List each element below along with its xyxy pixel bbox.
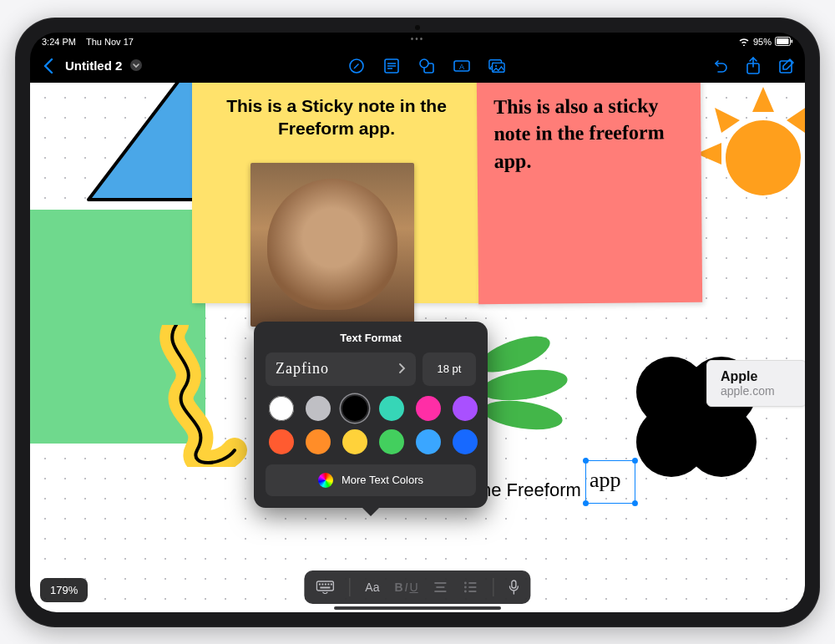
font-size-selector[interactable]: 18 pt xyxy=(423,352,476,386)
camera-dot xyxy=(415,25,420,30)
font-size-label: 18 pt xyxy=(438,363,462,375)
canvas[interactable]: This is a Sticky note in the Freeform ap… xyxy=(30,83,805,612)
separator xyxy=(349,578,350,596)
separator xyxy=(493,578,494,596)
wifi-icon xyxy=(738,37,750,48)
color-wheel-icon xyxy=(318,473,333,488)
svg-rect-38 xyxy=(325,583,326,585)
inserted-photo[interactable] xyxy=(250,163,414,327)
svg-point-26 xyxy=(726,120,801,195)
share-button[interactable] xyxy=(745,58,762,74)
zoom-value: 179% xyxy=(50,584,78,596)
more-text-colors-button[interactable]: More Text Colors xyxy=(266,464,476,496)
status-date: Thu Nov 17 xyxy=(86,37,134,47)
color-swatch-blue[interactable] xyxy=(453,429,478,454)
status-left: 3:24 PM Thu Nov 17 xyxy=(42,37,134,47)
screen: 3:24 PM Thu Nov 17 ••• 95% U xyxy=(30,33,805,612)
svg-rect-35 xyxy=(316,581,333,591)
svg-rect-39 xyxy=(327,583,329,585)
sun-shape[interactable] xyxy=(696,87,805,221)
keyboard-toolbar: Aa BIU xyxy=(304,570,530,604)
svg-point-16 xyxy=(495,64,497,66)
color-swatch-black[interactable] xyxy=(342,396,367,421)
compose-button[interactable] xyxy=(778,58,795,74)
battery-icon xyxy=(775,37,793,48)
svg-marker-24 xyxy=(715,108,740,133)
svg-point-45 xyxy=(464,581,467,584)
title-menu-chevron-icon[interactable] xyxy=(130,59,142,73)
dictation-icon[interactable] xyxy=(509,580,519,595)
color-swatch-pink[interactable] xyxy=(416,396,441,421)
link-url: apple.com xyxy=(721,384,792,398)
color-swatch-yellow[interactable] xyxy=(342,429,367,454)
back-button[interactable] xyxy=(40,58,57,74)
font-name-label: Zapfino xyxy=(276,360,329,378)
insert-toolbar: A xyxy=(348,58,505,74)
svg-rect-41 xyxy=(320,586,330,588)
multitask-dots[interactable]: ••• xyxy=(411,34,425,43)
shapes-tool-icon[interactable] xyxy=(418,58,435,74)
font-style-button[interactable]: Aa xyxy=(365,581,379,594)
sticky-note-tool-icon[interactable] xyxy=(383,58,400,74)
svg-point-29 xyxy=(481,396,564,434)
clover-shape[interactable] xyxy=(613,333,780,500)
svg-point-47 xyxy=(464,590,467,592)
color-swatch-green[interactable] xyxy=(379,429,404,454)
undo-button[interactable] xyxy=(711,58,728,74)
media-tool-icon[interactable] xyxy=(488,58,505,74)
text-format-popover: Text Format Zapfino 18 pt More Text Colo… xyxy=(254,322,488,508)
draw-tool-icon[interactable] xyxy=(348,58,365,74)
keyboard-toggle-icon[interactable] xyxy=(316,581,334,594)
svg-rect-40 xyxy=(331,583,332,585)
list-button[interactable] xyxy=(463,581,478,593)
align-button[interactable] xyxy=(433,581,448,593)
selected-text: app xyxy=(586,461,635,493)
svg-rect-36 xyxy=(319,583,321,585)
svg-rect-1 xyxy=(777,38,789,44)
svg-point-46 xyxy=(464,586,467,588)
nav-bar: Untitled 2 A xyxy=(30,49,805,83)
sticky-pink-text: This is also a sticky note in the freefo… xyxy=(493,92,685,175)
sticky-note-pink[interactable]: This is also a sticky note in the freefo… xyxy=(477,83,702,304)
color-swatch-orange[interactable] xyxy=(306,429,331,454)
home-indicator[interactable] xyxy=(334,606,501,610)
color-swatch-red[interactable] xyxy=(269,429,294,454)
svg-rect-2 xyxy=(792,39,793,43)
svg-point-3 xyxy=(130,59,142,71)
ipad-device-frame: 3:24 PM Thu Nov 17 ••• 95% U xyxy=(15,18,820,627)
svg-rect-37 xyxy=(321,583,323,585)
status-bar: 3:24 PM Thu Nov 17 ••• 95% xyxy=(30,33,805,49)
svg-text:A: A xyxy=(459,63,464,71)
more-colors-label: More Text Colors xyxy=(342,474,423,486)
zoom-level-badge[interactable]: 179% xyxy=(40,578,88,602)
text-box-tool-icon[interactable]: A xyxy=(453,58,470,74)
biu-button[interactable]: BIU xyxy=(394,581,418,594)
canvas-text-fragment[interactable]: he Freeform xyxy=(481,479,581,501)
board-title[interactable]: Untitled 2 xyxy=(65,58,122,73)
status-time: 3:24 PM xyxy=(42,37,76,47)
svg-marker-21 xyxy=(752,87,774,112)
color-swatch-gray[interactable] xyxy=(306,396,331,421)
popover-title: Text Format xyxy=(266,332,476,344)
sticky-yellow-text: This is a Sticky note in the Freeform ap… xyxy=(212,94,461,140)
svg-rect-51 xyxy=(512,581,516,588)
color-swatch-teal[interactable] xyxy=(379,396,404,421)
font-selector[interactable]: Zapfino xyxy=(266,352,416,386)
battery-percent: 95% xyxy=(753,37,772,47)
color-swatch-light-blue[interactable] xyxy=(416,429,441,454)
chevron-right-icon xyxy=(399,362,406,377)
text-selection-box[interactable]: app xyxy=(585,460,635,504)
svg-point-10 xyxy=(420,59,428,68)
text-fragment-prefix: he Freeform xyxy=(481,479,581,500)
status-right: 95% xyxy=(738,37,793,48)
link-title: Apple xyxy=(721,369,792,384)
color-swatch-white[interactable] xyxy=(269,396,294,421)
color-swatch-grid xyxy=(266,396,476,454)
squiggle-shape[interactable] xyxy=(155,325,264,467)
color-swatch-purple[interactable] xyxy=(453,396,478,421)
svg-marker-22 xyxy=(787,105,805,133)
link-preview-card[interactable]: Apple apple.com xyxy=(706,360,805,407)
